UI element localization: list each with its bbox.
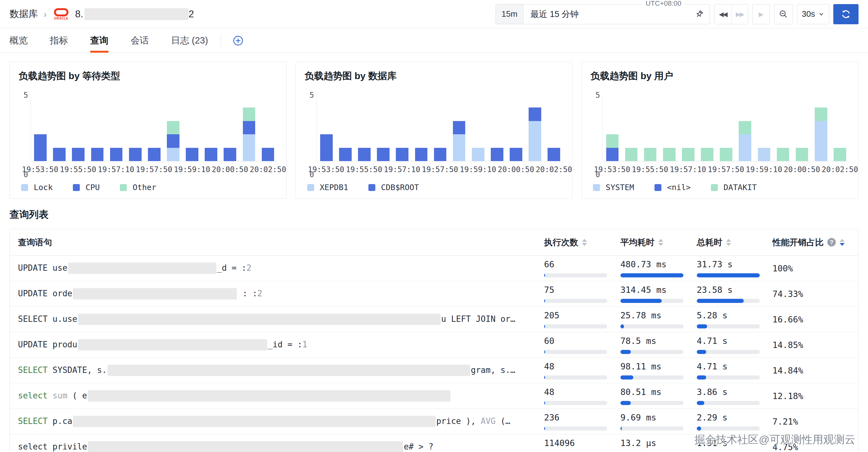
bar	[377, 148, 390, 161]
zoom-out-button[interactable]	[774, 4, 793, 24]
metric-value: 78.5 ms	[620, 336, 697, 346]
column-header-overhead-pct[interactable]: 性能开销占比?	[772, 237, 858, 248]
legend-color-chip	[120, 184, 127, 191]
x-axis: 19:53:5019:55:5019:57:1019:57:5019:59:10…	[31, 165, 278, 175]
sql-fragment	[48, 391, 53, 400]
table-row[interactable]: select privilee# > ?11409613.2 µs1.51 s4…	[10, 434, 858, 452]
legend-item-xepdb1[interactable]: XEPDB1	[307, 183, 348, 192]
legend-color-chip	[368, 184, 375, 191]
table-row[interactable]: select sum ( e4880.51 ms3.86 s12.18%	[10, 383, 858, 409]
bar	[472, 148, 485, 161]
avg-time-cell: 78.5 ms	[620, 332, 697, 357]
metric-value: 9.69 ms	[620, 413, 697, 422]
bar	[815, 107, 827, 161]
column-header-avg-time[interactable]: 平均耗时	[620, 237, 697, 248]
bar-segment-datakit	[834, 148, 846, 161]
metric-bar-track	[620, 324, 683, 328]
sql-keyword: select	[18, 442, 48, 451]
x-axis-tick-label: 20:02:50	[822, 165, 858, 174]
table-row[interactable]: UPDATE use_d = :266480.73 ms31.73 s100%	[10, 256, 858, 281]
bar-slot	[469, 95, 488, 161]
timezone-label: UTC+08:00	[643, 0, 684, 7]
refresh-button[interactable]	[833, 4, 859, 24]
bar	[625, 148, 638, 161]
legend-item-cpu[interactable]: CPU	[73, 183, 100, 192]
table-row[interactable]: UPDATE orde : :275314.45 ms23.58 s74.33%	[10, 281, 858, 307]
bar	[682, 148, 694, 161]
table-header-row: 查询语句执行次数平均耗时总耗时性能开销占比?	[10, 229, 858, 256]
metric-value: 480.73 ms	[620, 259, 697, 269]
table-row[interactable]: SELECT p.caprice ), AVG (…2369.69 ms2.29…	[10, 409, 858, 434]
sql-text: select sum ( e	[18, 390, 451, 401]
chart-plot	[31, 95, 278, 161]
legend-item--nil-[interactable]: <nil>	[654, 183, 691, 192]
tab-metrics[interactable]: 指标	[50, 28, 68, 53]
metric-bar-track	[697, 426, 760, 430]
redacted-text	[88, 390, 451, 401]
overhead-pct-cell: 12.18%	[772, 383, 858, 409]
column-header-total-time[interactable]: 总耗时	[697, 237, 772, 248]
sql-fragment: use	[48, 263, 67, 273]
tab-overview[interactable]: 概览	[9, 28, 28, 53]
tab-sessions[interactable]: 会话	[131, 28, 149, 53]
metric-bar-fill	[620, 273, 683, 278]
refresh-interval-dropdown[interactable]: 30s	[797, 4, 829, 24]
metric-bar-fill	[620, 376, 633, 380]
breadcrumb-root[interactable]: 数据库	[9, 7, 38, 21]
sort-control[interactable]	[840, 239, 845, 246]
plus-circle-icon	[232, 35, 244, 46]
time-range-picker[interactable]: UTC+08:00 15m 最近 15 分钟	[496, 4, 710, 24]
help-icon[interactable]: ?	[827, 238, 836, 247]
legend-item-datakit[interactable]: DATAKIT	[711, 183, 757, 192]
x-axis-slot: 20:00:50	[220, 165, 239, 175]
legend-item-cdb-root[interactable]: CDB$ROOT	[368, 183, 419, 192]
jump-back-button[interactable]: ◀◀	[714, 4, 731, 24]
x-axis-slot: 19:55:50	[641, 165, 659, 175]
bar-slot	[698, 95, 717, 161]
legend-item-lock[interactable]: Lock	[21, 183, 53, 192]
table-row[interactable]: UPDATE produ_id = :16078.5 ms4.71 s14.85…	[10, 332, 858, 358]
bar	[243, 107, 255, 161]
sort-control[interactable]	[726, 239, 731, 246]
y-axis-max-label: 5	[305, 91, 314, 100]
refresh-interval-value: 30s	[802, 9, 815, 19]
column-header-exec-count[interactable]: 执行次数	[544, 237, 620, 248]
tab-logs[interactable]: 日志 (23)	[171, 28, 208, 53]
metric-bar-fill	[697, 299, 744, 303]
pin-icon[interactable]	[694, 9, 704, 19]
metric-bar-fill	[697, 273, 760, 278]
bar-slot	[145, 95, 164, 161]
tab-queries[interactable]: 查询	[90, 28, 108, 53]
metric-value: 4.71 s	[697, 336, 772, 346]
bar	[224, 148, 236, 161]
add-tab-button[interactable]	[232, 35, 244, 46]
bar-slot	[126, 95, 145, 161]
table-row[interactable]: SELECT SYSDATE, s.gram, s.…4898.11 ms4.7…	[10, 358, 858, 383]
sort-control[interactable]	[658, 239, 663, 246]
page-title-suffix: 2	[189, 8, 194, 20]
metric-value: 114096	[544, 438, 620, 448]
metric-value: 23.58 s	[697, 285, 772, 295]
bar-segment-cpu	[129, 148, 142, 161]
chart-legend: XEPDB1CDB$ROOT	[305, 183, 564, 192]
jump-forward-button[interactable]: ▶▶	[731, 4, 748, 24]
overhead-pct-cell: 100%	[772, 256, 858, 281]
legend-item-other[interactable]: Other	[120, 183, 156, 192]
bar	[777, 148, 789, 161]
play-button[interactable]: ▶	[752, 4, 770, 24]
sort-control[interactable]	[582, 239, 587, 246]
bar-segment-xepdb1	[453, 134, 466, 161]
table-row[interactable]: SELECT u.useu LEFT JOIN or…20525.78 ms5.…	[10, 307, 858, 332]
legend-item-system[interactable]: SYSTEM	[593, 183, 634, 192]
bar-segment-cpu	[34, 134, 47, 161]
bar	[148, 148, 160, 161]
chart-title: 负载趋势图 by 等待类型	[19, 70, 278, 83]
bar-segment-cdb-root	[396, 148, 408, 161]
overhead-pct-cell: 74.33%	[772, 281, 858, 306]
legend-label: CDB$ROOT	[381, 183, 419, 192]
y-axis-max-label: 5	[19, 91, 28, 100]
legend-label: Other	[132, 183, 156, 192]
bar-slot	[69, 95, 88, 161]
metric-value: 3.86 s	[697, 387, 772, 397]
sort-up-icon	[726, 239, 731, 242]
